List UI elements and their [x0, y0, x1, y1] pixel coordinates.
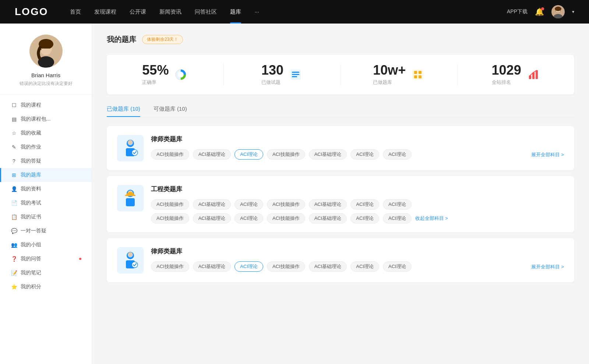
- pie-chart-icon: [174, 68, 188, 82]
- stat-done-banks: 10w+ 已做题库: [341, 64, 458, 86]
- tag-item[interactable]: ACI基础理论: [309, 199, 347, 210]
- page-wrapper: Brian Harris 错误的决定比没有决定要好 ☐ 我的课程 ▤ 我的课程包…: [0, 24, 589, 364]
- stats-row: 55% 正确率 130 已做试题: [107, 55, 574, 94]
- tag-item[interactable]: ACI理论: [350, 199, 379, 210]
- stat-accuracy-label: 正确率: [142, 79, 169, 86]
- notification-bell[interactable]: 🔔: [535, 7, 544, 16]
- app-download-link[interactable]: APP下载: [507, 8, 528, 15]
- tab-done-banks[interactable]: 已做题库 (10): [107, 106, 140, 117]
- sidebar-item-favorites[interactable]: ☆ 我的收藏: [0, 126, 92, 140]
- qbank-lawyer-tags-2: ACI技能操作 ACI基础理论 ACI理论 ACI技能操作 ACI基础理论 AC…: [151, 261, 528, 272]
- sidebar-item-homework[interactable]: ✎ 我的作业: [0, 140, 92, 154]
- nav-opencourse[interactable]: 公开课: [130, 8, 146, 15]
- logo[interactable]: LOGO: [15, 6, 48, 18]
- edit-icon: ✎: [11, 144, 17, 150]
- user-icon: 👤: [11, 186, 17, 192]
- tag-item[interactable]: ACI基础理论: [309, 213, 347, 224]
- user-avatar[interactable]: [551, 5, 565, 18]
- sidebar-item-my-notes[interactable]: 📝 我的笔记: [0, 266, 92, 280]
- sidebar-item-my-qa[interactable]: ❓ 我的问答: [0, 252, 92, 266]
- tag-item[interactable]: ACI技能操作: [267, 213, 305, 224]
- profile-section: Brian Harris 错误的决定比没有决定要好: [0, 35, 92, 94]
- profile-name: Brian Harris: [31, 72, 60, 78]
- nav-qa[interactable]: 问答社区: [195, 8, 217, 15]
- question-icon: ?: [11, 158, 17, 164]
- user-menu-chevron[interactable]: ▾: [572, 9, 574, 14]
- svg-rect-17: [414, 71, 417, 74]
- sidebar-item-one-on-one-label: 一对一答疑: [21, 228, 46, 234]
- nav-more[interactable]: ···: [254, 8, 259, 15]
- tag-item[interactable]: ACI技能操作: [151, 149, 189, 160]
- tab-available-banks[interactable]: 可做题库 (10): [154, 106, 187, 117]
- stat-accuracy: 55% 正确率: [107, 64, 224, 86]
- svg-rect-21: [529, 75, 531, 79]
- profile-avatar[interactable]: [29, 35, 63, 68]
- expand-link-1[interactable]: 展开全部科目 >: [531, 152, 564, 157]
- tag-item[interactable]: ACI技能操作: [267, 261, 305, 272]
- qbank-card-lawyer-2: 律师类题库 ACI技能操作 ACI基础理论 ACI理论 ACI技能操作 ACI基…: [107, 238, 574, 282]
- qbank-lawyer-title-2: 律师类题库: [151, 247, 564, 256]
- svg-rect-15: [292, 76, 297, 77]
- sidebar-item-my-score-label: 我的积分: [21, 283, 41, 290]
- tag-item[interactable]: ACI技能操作: [267, 199, 305, 210]
- tag-item[interactable]: ACI基础理论: [309, 261, 347, 272]
- file-icon: ☐: [11, 102, 17, 108]
- tag-item[interactable]: ACI理论: [350, 213, 379, 224]
- tag-item[interactable]: ACI理论: [350, 149, 379, 160]
- svg-rect-32: [126, 198, 135, 206]
- sidebar-item-course-package-label: 我的课程包...: [21, 116, 51, 122]
- nav-home[interactable]: 首页: [70, 8, 81, 15]
- svg-point-27: [128, 140, 133, 144]
- stat-accuracy-value: 55%: [142, 64, 169, 77]
- page-header: 我的题库 体验剩余23天！: [107, 35, 574, 44]
- svg-rect-23: [536, 70, 538, 79]
- tag-item[interactable]: ACI基础理论: [193, 261, 231, 272]
- tag-item[interactable]: ACI理论: [383, 149, 412, 160]
- tag-item[interactable]: ACI基础理论: [193, 213, 231, 224]
- stat-rank-value: 1029: [492, 64, 521, 77]
- expand-link-3[interactable]: 展开全部科目 >: [531, 264, 564, 270]
- list-icon: [289, 68, 303, 82]
- collapse-link[interactable]: 收起全部科目 >: [415, 215, 448, 222]
- sidebar-item-my-exam[interactable]: 📄 我的考试: [0, 196, 92, 210]
- tag-item[interactable]: ACI技能操作: [151, 213, 189, 224]
- sidebar: Brian Harris 错误的决定比没有决定要好 ☐ 我的课程 ▤ 我的课程包…: [0, 24, 92, 364]
- tag-item[interactable]: ACI基础理论: [193, 149, 231, 160]
- tag-item[interactable]: ACI理论: [383, 213, 412, 224]
- sidebar-item-my-questions[interactable]: ? 我的答疑: [0, 154, 92, 168]
- nav-discover[interactable]: 发现课程: [94, 8, 116, 15]
- sidebar-item-course-package[interactable]: ▤ 我的课程包...: [0, 112, 92, 126]
- page-title: 我的题库: [107, 35, 136, 44]
- tag-item[interactable]: ACI理论: [234, 213, 263, 224]
- tag-item[interactable]: ACI技能操作: [151, 261, 189, 272]
- qbank-engineer-icon: [117, 185, 144, 211]
- qbank-card-lawyer-1: 律师类题库 ACI技能操作 ACI基础理论 ACI理论 ACI技能操作 ACI基…: [107, 126, 574, 170]
- score-icon: ⭐: [11, 284, 17, 290]
- trial-badge: 体验剩余23天！: [142, 35, 183, 44]
- nav-qbank[interactable]: 题库: [230, 8, 241, 15]
- tag-item[interactable]: ACI理论: [234, 199, 263, 210]
- qbank-lawyer-icon-2: [117, 247, 144, 274]
- stat-done-questions-value: 130: [261, 64, 283, 77]
- tag-item[interactable]: ACI基础理论: [193, 199, 231, 210]
- tag-item[interactable]: ACI理论: [383, 199, 412, 210]
- sidebar-item-my-profile[interactable]: 👤 我的资料: [0, 182, 92, 196]
- tag-item[interactable]: ACI基础理论: [309, 149, 347, 160]
- tag-item-highlighted[interactable]: ACI理论: [234, 149, 263, 160]
- sidebar-item-my-exam-label: 我的考试: [21, 200, 41, 206]
- tag-item[interactable]: ACI技能操作: [267, 149, 305, 160]
- tag-item[interactable]: ACI理论: [383, 261, 412, 272]
- group-icon: 👥: [11, 242, 17, 248]
- sidebar-item-one-on-one[interactable]: 💬 一对一答疑: [0, 224, 92, 238]
- tag-item[interactable]: ACI技能操作: [151, 199, 189, 210]
- sidebar-item-my-group[interactable]: 👥 我的小组: [0, 238, 92, 252]
- tag-item-highlighted[interactable]: ACI理论: [234, 261, 263, 272]
- sidebar-item-my-qbank[interactable]: ⊞ 我的题库: [0, 168, 92, 182]
- sidebar-item-my-score[interactable]: ⭐ 我的积分: [0, 280, 92, 294]
- tag-item[interactable]: ACI理论: [350, 261, 379, 272]
- svg-point-4: [555, 7, 561, 11]
- sidebar-item-my-course[interactable]: ☐ 我的课程: [0, 98, 92, 112]
- nav-news[interactable]: 新闻资讯: [159, 8, 181, 15]
- sidebar-item-my-cert[interactable]: 📋 我的证书: [0, 210, 92, 224]
- sidebar-item-my-cert-label: 我的证书: [21, 214, 41, 220]
